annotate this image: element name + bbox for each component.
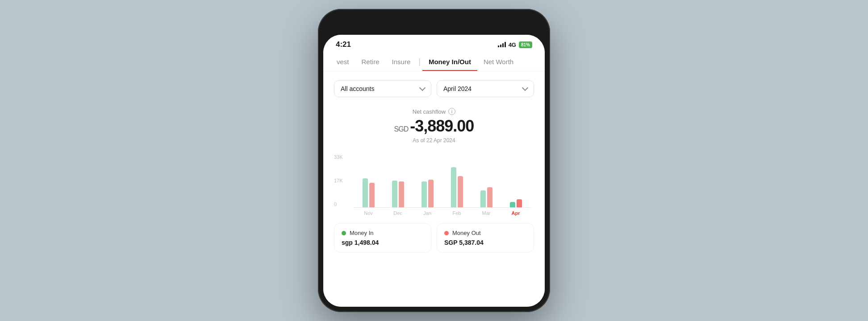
network-label: 4G (509, 41, 516, 48)
tab-money-in-out[interactable]: Money In/Out (422, 53, 477, 71)
bar-group-feb (451, 167, 463, 207)
period-filter-label: April 2024 (443, 85, 472, 92)
bar-apr-green (510, 202, 515, 207)
bar-apr-red (517, 199, 522, 207)
money-out-value: SGP 5,387.04 (444, 239, 526, 246)
bar-group-mar (480, 187, 492, 207)
chart-inner: Nov Dec Jan Feb Mar Apr (354, 154, 530, 216)
period-filter[interactable]: April 2024 (437, 80, 534, 97)
x-label-feb: Feb (448, 210, 466, 216)
net-cashflow-label: Net cashflow i (334, 108, 534, 115)
net-cashflow-value: SGD-3,889.00 (334, 117, 534, 136)
bar-mar-red (487, 187, 492, 207)
status-time: 4:21 (336, 40, 351, 49)
x-label-jan: Jan (418, 210, 436, 216)
bar-group-jan (421, 180, 434, 207)
info-icon[interactable]: i (448, 108, 455, 115)
nav-tabs: vest Retire Insure | Money In/Out Net Wo… (323, 53, 545, 71)
money-out-header: Money Out (444, 230, 526, 236)
chart-x-labels: Nov Dec Jan Feb Mar Apr (354, 210, 530, 216)
nav-divider: | (417, 57, 422, 66)
money-in-card[interactable]: Money In sgp 1,498.04 (334, 223, 431, 253)
money-in-value: sgp 1,498.04 (342, 239, 424, 246)
status-icons: 4G 81% (498, 41, 532, 48)
bar-feb-red (458, 176, 463, 207)
bar-jan-green (421, 181, 427, 207)
chart-area: 33K 17K 0 (334, 154, 534, 216)
chart-y-labels: 33K 17K 0 (334, 154, 343, 207)
bar-nov-green (363, 178, 368, 207)
currency-label: SGD (394, 125, 409, 133)
net-cashflow-date: As of 22 Apr 2024 (334, 137, 534, 144)
y-label-17k: 17K (334, 178, 343, 183)
money-in-header: Money In (342, 230, 424, 236)
x-label-apr: Apr (507, 210, 525, 216)
battery-badge: 81% (519, 41, 532, 48)
phone-wrapper: 4:21 4G 81% vest Retire Insure (318, 9, 550, 312)
chart-bars (354, 154, 530, 208)
x-label-nov: Nov (359, 210, 377, 216)
filter-row: All accounts April 2024 (334, 80, 534, 97)
period-chevron-icon (522, 85, 528, 91)
bottom-cards: Money In sgp 1,498.04 Money Out SGP 5,38… (334, 223, 534, 253)
tab-net-worth[interactable]: Net Worth (477, 53, 520, 71)
money-out-label: Money Out (452, 230, 481, 236)
money-in-label: Money In (350, 230, 373, 236)
status-bar: 4:21 4G 81% (323, 35, 545, 53)
money-in-dot-icon (342, 231, 346, 235)
accounts-filter-label: All accounts (341, 85, 374, 92)
accounts-filter[interactable]: All accounts (334, 80, 431, 97)
phone-screen: 4:21 4G 81% vest Retire Insure (323, 35, 545, 307)
y-label-33k: 33K (334, 154, 343, 160)
bar-mar-green (480, 190, 486, 207)
bar-dec-red (399, 181, 404, 207)
bar-feb-green (451, 167, 456, 207)
bar-group-apr (510, 199, 522, 207)
tab-insure[interactable]: Insure (386, 53, 417, 71)
x-label-mar: Mar (477, 210, 495, 216)
bar-jan-red (428, 180, 434, 207)
signal-bars-icon (498, 42, 506, 47)
accounts-chevron-icon (419, 85, 426, 91)
bar-nov-red (369, 183, 375, 207)
main-content: All accounts April 2024 Net cashflow i S… (323, 71, 545, 307)
net-cashflow-section: Net cashflow i SGD-3,889.00 As of 22 Apr… (334, 108, 534, 144)
tab-retire[interactable]: Retire (355, 53, 386, 71)
x-label-dec: Dec (389, 210, 407, 216)
money-out-card[interactable]: Money Out SGP 5,387.04 (437, 223, 534, 253)
bar-group-nov (363, 178, 375, 207)
bar-dec-green (392, 181, 397, 207)
bar-group-dec (392, 181, 404, 207)
money-out-dot-icon (444, 231, 449, 235)
tab-invest[interactable]: vest (330, 53, 355, 71)
y-label-0: 0 (334, 202, 343, 207)
